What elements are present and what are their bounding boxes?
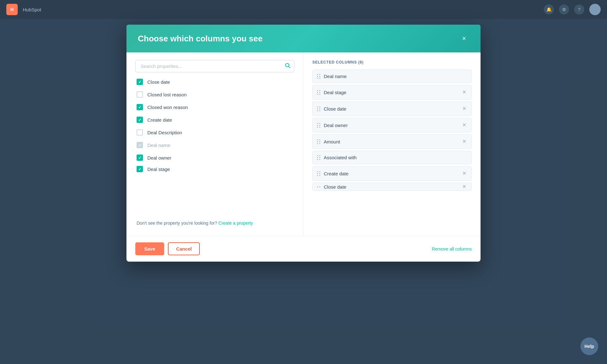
- column-item: Deal name: [312, 70, 472, 83]
- remove-column-button[interactable]: ✕: [462, 184, 467, 190]
- svg-line-1: [289, 66, 290, 68]
- checkbox-label: Deal stage: [147, 167, 170, 172]
- modal-close-button[interactable]: ×: [459, 33, 469, 44]
- help-label: Help: [585, 344, 594, 349]
- column-label: Close date: [324, 106, 458, 112]
- left-panel: ✓ Close date Closed lost reason ✓: [126, 52, 304, 236]
- remove-column-button[interactable]: ✕: [462, 106, 467, 112]
- dont-see-property-text: Don't see the property you're looking fo…: [135, 215, 294, 228]
- user-avatar[interactable]: [589, 4, 601, 15]
- modal-header: Choose which columns you see ×: [126, 25, 481, 52]
- drag-handle[interactable]: [317, 186, 321, 187]
- right-panel: SELECTED COLUMNS (8) Deal name: [304, 52, 481, 236]
- checkbox-label: Deal owner: [147, 155, 171, 161]
- checkbox-list: ✓ Close date Closed lost reason ✓: [135, 77, 294, 215]
- modal-footer: Save Cancel Remove all columns: [126, 236, 481, 262]
- modal-body: ✓ Close date Closed lost reason ✓: [126, 52, 481, 236]
- checkbox-checked: ✓: [137, 104, 143, 110]
- column-label: Deal owner: [324, 123, 458, 128]
- column-item: Deal stage ✕: [312, 85, 472, 100]
- remove-column-button[interactable]: ✕: [462, 170, 467, 177]
- column-label: Amount: [324, 139, 458, 144]
- checkbox-label: Closed lost reason: [147, 92, 187, 97]
- list-item[interactable]: ✓ Closed won reason: [135, 101, 294, 113]
- columns-modal: Choose which columns you see ×: [126, 25, 481, 262]
- search-box: [135, 60, 294, 72]
- column-label: Close date: [324, 184, 458, 190]
- help-button[interactable]: Help: [580, 337, 598, 355]
- checkbox-label: Closed won reason: [147, 105, 188, 110]
- save-button[interactable]: Save: [135, 242, 164, 255]
- modal-title: Choose which columns you see: [138, 34, 262, 44]
- nav-logo: H: [6, 4, 18, 15]
- checkbox-label: Close date: [147, 79, 170, 85]
- help-nav-icon[interactable]: ?: [574, 4, 584, 15]
- notification-icon[interactable]: 🔔: [544, 4, 554, 15]
- list-item[interactable]: ✓ Create date: [135, 113, 294, 126]
- logo-text: H: [10, 7, 14, 12]
- settings-icon[interactable]: ⚙: [559, 4, 569, 15]
- checkbox-label: Create date: [147, 117, 172, 123]
- list-item[interactable]: ✓ Close date: [135, 77, 294, 88]
- drag-handle[interactable]: [317, 74, 321, 79]
- nav-title: HubSpot: [23, 7, 41, 12]
- column-item: Amount ✕: [312, 134, 472, 149]
- drag-handle[interactable]: [317, 171, 321, 176]
- column-label: Associated with: [324, 155, 467, 160]
- list-item: ✓ Deal name: [135, 139, 294, 151]
- column-item: Create date ✕: [312, 166, 472, 181]
- remove-column-button[interactable]: ✕: [462, 122, 467, 128]
- modal-overlay: H HubSpot 🔔 ⚙ ? Choose which columns you…: [0, 0, 607, 364]
- column-item: Deal owner ✕: [312, 118, 472, 132]
- checkbox-label-disabled: Deal name: [147, 143, 170, 148]
- column-item: Associated with: [312, 151, 472, 164]
- checkbox-checked: ✓: [137, 79, 143, 85]
- list-item[interactable]: ✓ Deal stage: [135, 164, 294, 174]
- drag-handle[interactable]: [317, 90, 321, 95]
- checkbox-checked: ✓: [137, 166, 143, 172]
- remove-column-button[interactable]: ✕: [462, 89, 467, 95]
- checkbox-unchecked: [137, 129, 143, 136]
- checkbox-disabled: ✓: [137, 142, 143, 148]
- checkbox-label: Deal Description: [147, 130, 182, 135]
- list-item[interactable]: ✓ Deal owner: [135, 151, 294, 164]
- top-nav: H HubSpot 🔔 ⚙ ?: [0, 0, 607, 19]
- checkbox-checked: ✓: [137, 155, 143, 161]
- column-label: Deal name: [324, 74, 467, 79]
- column-item: Close date ✕: [312, 101, 472, 116]
- drag-handle[interactable]: [317, 106, 321, 111]
- search-icon-button[interactable]: [285, 63, 291, 70]
- checkbox-unchecked: [137, 91, 143, 98]
- search-icon: [285, 63, 291, 68]
- checkbox-checked: ✓: [137, 117, 143, 123]
- list-item[interactable]: Closed lost reason: [135, 88, 294, 101]
- column-item: Close date ✕: [312, 183, 472, 191]
- remove-all-columns-button[interactable]: Remove all columns: [432, 246, 472, 252]
- selected-columns-header: SELECTED COLUMNS (8): [312, 60, 472, 64]
- selected-columns-list: Deal name Deal stage ✕: [312, 70, 472, 228]
- drag-handle[interactable]: [317, 155, 321, 160]
- cancel-button[interactable]: Cancel: [168, 242, 200, 255]
- search-input[interactable]: [135, 60, 294, 72]
- column-label: Create date: [324, 171, 458, 176]
- drag-handle[interactable]: [317, 123, 321, 128]
- column-label: Deal stage: [324, 90, 458, 95]
- create-property-link[interactable]: Create a property: [218, 221, 253, 226]
- remove-column-button[interactable]: ✕: [462, 138, 467, 145]
- list-item[interactable]: Deal Description: [135, 126, 294, 139]
- drag-handle[interactable]: [317, 139, 321, 144]
